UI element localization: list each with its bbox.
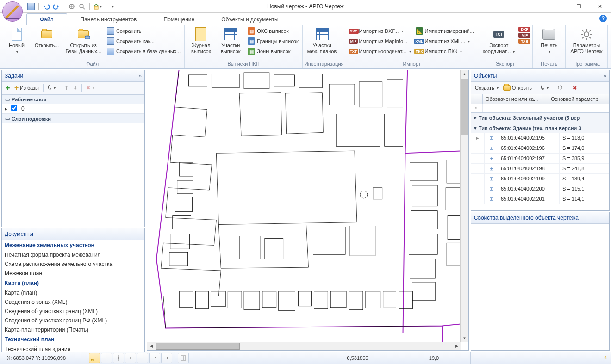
doc-item[interactable]: Сведения об участках границ (XML): [2, 307, 144, 316]
minimize-button[interactable]: —: [547, 0, 568, 12]
locate-button[interactable]: [555, 84, 566, 92]
qat-redo-button[interactable]: [52, 2, 61, 11]
pin-icon[interactable]: »: [604, 73, 606, 79]
fx-button[interactable]: fx▾: [539, 83, 550, 92]
filter-designation[interactable]: [483, 104, 548, 112]
doc-item[interactable]: Сведения о зонах (XML): [2, 297, 144, 307]
import-coord-button[interactable]: TXTИмпорт координат...▾: [348, 46, 413, 56]
properties-panel-header[interactable]: Свойства выделенного объекта чертежа: [471, 212, 609, 224]
snap-grid-button[interactable]: [178, 353, 189, 363]
create-object-button[interactable]: Создать▾: [473, 84, 500, 92]
grid-header-parameter[interactable]: Основной параметр: [548, 94, 609, 104]
tab-file[interactable]: Файл: [26, 13, 67, 25]
qat-customize-button[interactable]: ▾: [108, 2, 117, 11]
save-to-db-button[interactable]: Сохранить в базу данных...: [105, 46, 182, 56]
doc-item[interactable]: Карта (план): [2, 288, 144, 297]
import-mapinfo-button[interactable]: MIFИмпорт из MapInfo...: [348, 36, 413, 46]
snap-nearest-button[interactable]: [125, 353, 136, 363]
tab-objects-documents[interactable]: Объекты и документы: [208, 13, 292, 25]
expand-icon[interactable]: ⊞: [485, 194, 498, 204]
open-object-button[interactable]: Открыть: [501, 84, 534, 92]
qat-tool-button-2[interactable]: [77, 2, 87, 11]
plots-button[interactable]: Участки выписок: [216, 26, 245, 56]
horizontal-scrollbar[interactable]: ◀ ▶: [147, 342, 461, 350]
export-dxf-icon[interactable]: DXF: [518, 27, 530, 32]
snap-intersection-button[interactable]: [137, 353, 148, 363]
scroll-right-button[interactable]: ▶: [453, 342, 461, 350]
qat-undo-button[interactable]: [42, 2, 51, 11]
object-group-building[interactable]: ▾Тип объекта: Здание (тех. план версии 3: [471, 123, 609, 133]
qat-home-button[interactable]: ▾: [93, 2, 102, 11]
snap-node-button[interactable]: [113, 353, 124, 363]
open-button[interactable]: Открыть...: [32, 26, 62, 49]
objects-panel-header[interactable]: Объекты»: [471, 70, 609, 82]
objects-grid-body[interactable]: ▸Тип объекта: Земельный участок (5 вер ▾…: [471, 113, 609, 210]
object-row[interactable]: ⊞65:01:0404002:199S = 139,4: [471, 174, 609, 184]
save-as-button[interactable]: Сохранить как...: [105, 36, 182, 46]
drawing-canvas[interactable]: ▲ ▼ ◀ ▶: [147, 70, 469, 351]
work-layers-group[interactable]: ▭Рабочие слои: [2, 94, 144, 104]
export-coord-button[interactable]: TXTЭкспорт координат... ▾: [480, 26, 518, 56]
expand-icon[interactable]: ⊞: [485, 154, 498, 163]
zones-button[interactable]: ▦Зоны выписок: [246, 46, 300, 56]
scroll-up-button[interactable]: ▲: [461, 70, 468, 78]
object-row[interactable]: ⊞65:01:0404002:201S = 114,1: [471, 194, 609, 204]
doc-item[interactable]: Карта-план территории (Печать): [2, 325, 144, 334]
layer-visibility-checkbox[interactable]: [8, 105, 19, 112]
oks-button[interactable]: ▦ОКС выписок: [246, 26, 300, 36]
save-button[interactable]: Сохранить: [105, 26, 182, 36]
print-button[interactable]: Печать▾: [535, 26, 563, 56]
vertical-scrollbar[interactable]: ▲ ▼: [460, 70, 468, 342]
import-pkk-button[interactable]: ПККИмпорт с ПКК▾: [414, 46, 476, 56]
snap-midpoint-button[interactable]: [101, 353, 112, 363]
plots-interplan-button[interactable]: Участки меж. планов: [305, 26, 340, 56]
delete-object-button[interactable]: ✖: [571, 84, 579, 92]
scroll-thumb[interactable]: [156, 343, 240, 350]
object-row[interactable]: ⊞65:01:0404002:197S = 385,9: [471, 154, 609, 164]
scroll-left-button[interactable]: ◀: [147, 342, 155, 350]
import-dxf-button[interactable]: DXFИмпорт из DXF...▾: [348, 26, 413, 36]
fx-button[interactable]: fx▾: [46, 83, 57, 92]
doc-item[interactable]: Печатная форма проекта межевания: [2, 250, 144, 259]
add-layer-button[interactable]: ✚: [4, 84, 12, 92]
close-button[interactable]: ✕: [589, 0, 611, 12]
new-button[interactable]: Новый▾: [2, 26, 31, 56]
grid-header-designation[interactable]: Обозначение или ка...: [483, 94, 548, 104]
layer-row-0[interactable]: ▸ 0: [2, 104, 144, 114]
doc-item[interactable]: Схема расположения земельного участка: [2, 259, 144, 269]
export-tab-icon[interactable]: TAB: [518, 39, 530, 44]
snap-endpoint-button[interactable]: [89, 353, 100, 363]
object-row[interactable]: ⊞65:01:0404002:198S = 241,8: [471, 164, 609, 174]
scroll-thumb[interactable]: [461, 79, 468, 135]
object-group-land[interactable]: ▸Тип объекта: Земельный участок (5 вер: [471, 113, 609, 123]
qat-save-button[interactable]: [26, 2, 36, 11]
maximize-button[interactable]: ☐: [568, 0, 589, 12]
journal-button[interactable]: Журнал выписок: [187, 26, 215, 56]
expand-icon[interactable]: ⊞: [485, 133, 498, 143]
scroll-down-button[interactable]: ▼: [461, 334, 468, 342]
qat-tool-button-1[interactable]: [67, 2, 76, 11]
import-xml-button[interactable]: XMLИмпорт из XML...▾: [414, 36, 476, 46]
backdrop-layers-group[interactable]: ▭Слои подложки: [2, 114, 144, 123]
tab-room[interactable]: Помещение: [150, 13, 208, 25]
expand-icon[interactable]: ⊞: [485, 143, 498, 153]
tab-tools[interactable]: Панель инструментов: [67, 13, 150, 25]
filter-parameter[interactable]: [548, 104, 609, 112]
object-row[interactable]: ⊞65:01:0404002:196S = 174,0: [471, 143, 609, 154]
open-from-db-button[interactable]: Открыть из Базы Данных...: [62, 26, 104, 56]
settings-button[interactable]: Параметры АРГО Чертеж: [567, 26, 605, 56]
object-row[interactable]: ▸⊞65:01:0404002:195S = 113,0: [471, 133, 609, 143]
borders-button[interactable]: ▦Границы выписок: [246, 36, 300, 46]
expand-icon[interactable]: ⊞: [485, 184, 498, 194]
import-measure-button[interactable]: 📐Импорт измерений...: [414, 26, 476, 36]
snap-parallel-button[interactable]: [149, 353, 160, 363]
help-button[interactable]: ?: [599, 15, 607, 22]
expand-icon[interactable]: ⊞: [485, 174, 498, 184]
export-mif-icon[interactable]: MIF: [518, 33, 530, 38]
tasks-panel-header[interactable]: Задачи»: [2, 70, 144, 82]
pin-icon[interactable]: »: [139, 73, 142, 79]
doc-item[interactable]: Сведения об участках границ РФ (XML): [2, 316, 144, 325]
doc-item[interactable]: Межевой план: [2, 269, 144, 278]
app-icon[interactable]: [2, 1, 23, 22]
expand-icon[interactable]: ⊞: [485, 164, 498, 173]
